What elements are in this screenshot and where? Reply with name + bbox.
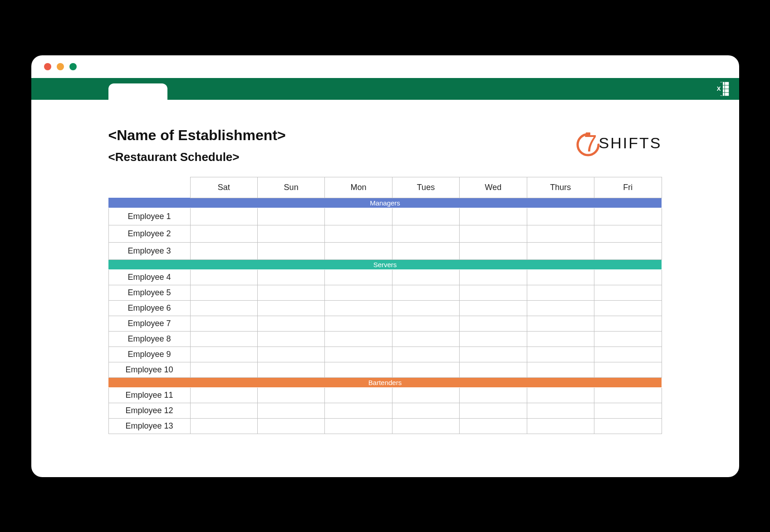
schedule-cell[interactable]: [392, 347, 459, 362]
schedule-cell[interactable]: [190, 418, 257, 434]
schedule-cell[interactable]: [257, 362, 324, 377]
schedule-cell[interactable]: [325, 418, 392, 434]
schedule-cell[interactable]: [460, 347, 527, 362]
schedule-cell[interactable]: [392, 387, 459, 403]
schedule-cell[interactable]: [594, 300, 662, 316]
schedule-cell[interactable]: [257, 418, 324, 434]
schedule-cell[interactable]: [257, 208, 324, 225]
schedule-cell[interactable]: [325, 347, 392, 362]
schedule-cell[interactable]: [460, 403, 527, 418]
schedule-cell[interactable]: [392, 418, 459, 434]
employee-name-cell[interactable]: Employee 5: [108, 285, 190, 300]
schedule-cell[interactable]: [392, 225, 459, 242]
schedule-cell[interactable]: [325, 362, 392, 377]
schedule-cell[interactable]: [594, 285, 662, 300]
schedule-cell[interactable]: [325, 300, 392, 316]
schedule-cell[interactable]: [392, 331, 459, 347]
schedule-cell[interactable]: [527, 300, 594, 316]
schedule-cell[interactable]: [527, 418, 594, 434]
schedule-cell[interactable]: [527, 403, 594, 418]
schedule-cell[interactable]: [190, 316, 257, 331]
schedule-cell[interactable]: [594, 387, 662, 403]
employee-name-cell[interactable]: Employee 4: [108, 269, 190, 285]
day-header[interactable]: Mon: [325, 177, 392, 198]
schedule-cell[interactable]: [594, 225, 662, 242]
active-tab[interactable]: [108, 83, 167, 100]
day-header[interactable]: Tues: [392, 177, 459, 198]
schedule-cell[interactable]: [527, 316, 594, 331]
employee-name-cell[interactable]: Employee 9: [108, 347, 190, 362]
schedule-cell[interactable]: [325, 403, 392, 418]
schedule-cell[interactable]: [392, 242, 459, 259]
employee-name-cell[interactable]: Employee 12: [108, 403, 190, 418]
schedule-cell[interactable]: [325, 331, 392, 347]
schedule-cell[interactable]: [325, 316, 392, 331]
schedule-cell[interactable]: [392, 362, 459, 377]
schedule-cell[interactable]: [392, 208, 459, 225]
employee-name-cell[interactable]: Employee 7: [108, 316, 190, 331]
schedule-cell[interactable]: [190, 300, 257, 316]
schedule-cell[interactable]: [460, 300, 527, 316]
schedule-cell[interactable]: [190, 403, 257, 418]
schedule-cell[interactable]: [190, 242, 257, 259]
schedule-cell[interactable]: [460, 331, 527, 347]
schedule-cell[interactable]: [594, 403, 662, 418]
schedule-cell[interactable]: [527, 387, 594, 403]
schedule-cell[interactable]: [257, 331, 324, 347]
schedule-cell[interactable]: [325, 242, 392, 259]
schedule-cell[interactable]: [594, 316, 662, 331]
schedule-cell[interactable]: [190, 347, 257, 362]
schedule-cell[interactable]: [460, 225, 527, 242]
schedule-cell[interactable]: [257, 387, 324, 403]
employee-name-cell[interactable]: Employee 10: [108, 362, 190, 377]
schedule-cell[interactable]: [190, 362, 257, 377]
schedule-cell[interactable]: [190, 387, 257, 403]
employee-name-cell[interactable]: Employee 6: [108, 300, 190, 316]
minimize-icon[interactable]: [57, 63, 64, 70]
day-header[interactable]: Thurs: [527, 177, 594, 198]
close-icon[interactable]: [44, 63, 51, 70]
schedule-cell[interactable]: [527, 347, 594, 362]
schedule-cell[interactable]: [392, 269, 459, 285]
schedule-cell[interactable]: [527, 225, 594, 242]
schedule-cell[interactable]: [325, 387, 392, 403]
day-header[interactable]: Sat: [190, 177, 257, 198]
day-header[interactable]: Fri: [594, 177, 662, 198]
schedule-cell[interactable]: [325, 225, 392, 242]
schedule-cell[interactable]: [527, 285, 594, 300]
schedule-cell[interactable]: [460, 387, 527, 403]
schedule-cell[interactable]: [190, 285, 257, 300]
schedule-cell[interactable]: [460, 285, 527, 300]
schedule-cell[interactable]: [257, 242, 324, 259]
schedule-cell[interactable]: [460, 269, 527, 285]
schedule-cell[interactable]: [257, 403, 324, 418]
schedule-cell[interactable]: [594, 418, 662, 434]
schedule-cell[interactable]: [594, 347, 662, 362]
schedule-cell[interactable]: [527, 208, 594, 225]
schedule-cell[interactable]: [594, 269, 662, 285]
day-header[interactable]: Sun: [257, 177, 324, 198]
schedule-cell[interactable]: [257, 269, 324, 285]
schedule-cell[interactable]: [594, 331, 662, 347]
schedule-cell[interactable]: [460, 362, 527, 377]
schedule-cell[interactable]: [190, 208, 257, 225]
schedule-cell[interactable]: [527, 362, 594, 377]
employee-name-cell[interactable]: Employee 8: [108, 331, 190, 347]
schedule-cell[interactable]: [460, 208, 527, 225]
schedule-cell[interactable]: [460, 242, 527, 259]
schedule-cell[interactable]: [257, 285, 324, 300]
day-header[interactable]: Wed: [460, 177, 527, 198]
schedule-cell[interactable]: [190, 269, 257, 285]
schedule-cell[interactable]: [190, 225, 257, 242]
schedule-cell[interactable]: [460, 418, 527, 434]
schedule-cell[interactable]: [594, 362, 662, 377]
schedule-cell[interactable]: [257, 316, 324, 331]
schedule-cell[interactable]: [392, 403, 459, 418]
employee-name-cell[interactable]: Employee 13: [108, 418, 190, 434]
schedule-cell[interactable]: [527, 242, 594, 259]
schedule-cell[interactable]: [392, 316, 459, 331]
schedule-cell[interactable]: [325, 269, 392, 285]
schedule-cell[interactable]: [325, 285, 392, 300]
employee-name-cell[interactable]: Employee 11: [108, 387, 190, 403]
maximize-icon[interactable]: [69, 63, 77, 70]
